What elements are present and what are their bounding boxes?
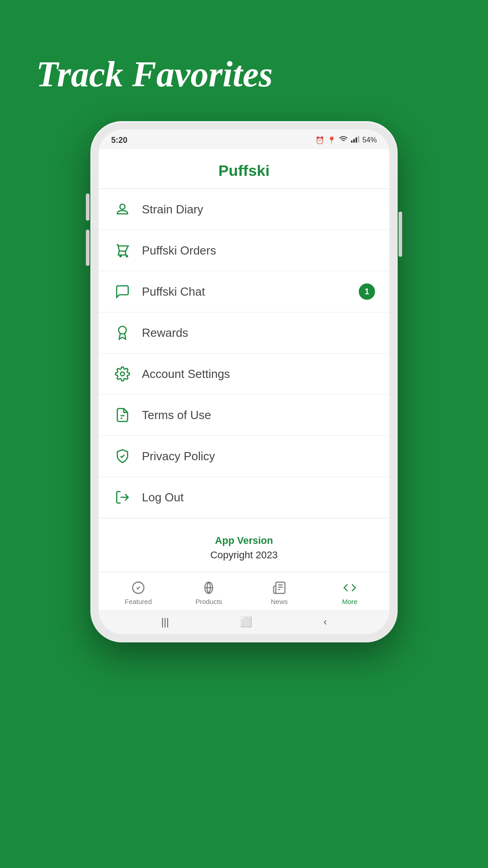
battery-text: 54% xyxy=(362,136,377,144)
strain-diary-label: Strain Diary xyxy=(142,203,203,217)
app-version-label: App Version xyxy=(108,535,380,547)
volume-down-btn xyxy=(86,230,89,266)
puffski-orders-label: Puffski Orders xyxy=(142,244,216,258)
log-out-label: Log Out xyxy=(142,491,184,505)
nav-item-news[interactable]: News xyxy=(261,580,297,605)
app-title: Puffski xyxy=(218,162,269,179)
menu-item-rewards[interactable]: Rewards xyxy=(99,312,389,354)
menu-item-privacy-policy[interactable]: Privacy Policy xyxy=(99,436,389,477)
products-label: Products xyxy=(195,598,222,605)
recent-apps-btn[interactable]: ||| xyxy=(161,616,169,628)
app-header: Puffski xyxy=(99,149,389,189)
wifi-icon xyxy=(339,135,348,146)
nav-item-products[interactable]: Products xyxy=(191,580,227,605)
privacy-policy-label: Privacy Policy xyxy=(142,449,215,463)
page-title: Track Favorites xyxy=(0,0,488,121)
menu-item-log-out[interactable]: Log Out xyxy=(99,477,389,518)
svg-point-8 xyxy=(121,372,125,376)
back-btn[interactable]: ‹ xyxy=(324,616,327,628)
strain-diary-icon xyxy=(113,200,132,219)
svg-point-7 xyxy=(119,326,127,334)
bottom-nav: Featured Products xyxy=(99,572,389,610)
status-right: ⏰ 📍 54% xyxy=(315,135,377,146)
svg-point-5 xyxy=(120,255,121,257)
menu-item-puffski-chat[interactable]: Puffski Chat 1 xyxy=(99,271,389,312)
chat-badge: 1 xyxy=(359,283,375,300)
menu-item-terms-of-use[interactable]: Terms of Use xyxy=(99,395,389,436)
rewards-icon xyxy=(113,323,132,342)
terms-of-use-label: Terms of Use xyxy=(142,408,211,422)
featured-label: Featured xyxy=(125,598,152,605)
status-bar: 5:20 ⏰ 📍 54% xyxy=(99,129,389,149)
menu-item-strain-diary[interactable]: Strain Diary xyxy=(99,189,389,230)
rewards-label: Rewards xyxy=(142,326,188,340)
more-label: More xyxy=(342,598,357,605)
nav-item-featured[interactable]: Featured xyxy=(120,580,156,605)
svg-rect-3 xyxy=(358,136,359,143)
svg-point-6 xyxy=(127,255,128,257)
account-settings-icon xyxy=(113,364,132,383)
account-settings-label: Account Settings xyxy=(142,367,230,381)
news-icon xyxy=(271,580,287,596)
terms-of-use-icon xyxy=(113,406,132,425)
power-btn xyxy=(399,212,402,257)
privacy-policy-icon xyxy=(113,447,132,466)
menu-item-account-settings[interactable]: Account Settings xyxy=(99,354,389,395)
menu-item-puffski-orders[interactable]: Puffski Orders xyxy=(99,230,389,271)
home-btn[interactable]: ⬜ xyxy=(240,616,252,628)
android-nav: ||| ⬜ ‹ xyxy=(99,610,389,634)
menu-list: Strain Diary Puffski Orders xyxy=(99,189,389,518)
featured-icon xyxy=(130,580,146,596)
svg-rect-0 xyxy=(351,141,352,143)
alarm-icon: ⏰ xyxy=(315,136,324,145)
app-copyright: Copyright 2023 xyxy=(108,549,380,561)
phone-wrapper: 5:20 ⏰ 📍 54% xyxy=(90,121,398,642)
location-icon: 📍 xyxy=(327,136,336,145)
puffski-chat-icon xyxy=(113,282,132,301)
puffski-chat-label: Puffski Chat xyxy=(142,285,205,299)
nav-item-more[interactable]: More xyxy=(332,580,368,605)
puffski-orders-icon xyxy=(113,241,132,260)
signal-icon xyxy=(351,135,360,146)
phone-screen: 5:20 ⏰ 📍 54% xyxy=(99,129,389,634)
app-version-section: App Version Copyright 2023 xyxy=(99,518,389,572)
news-label: News xyxy=(271,598,288,605)
log-out-icon xyxy=(113,488,132,507)
svg-rect-2 xyxy=(356,137,357,143)
svg-point-4 xyxy=(120,204,125,209)
volume-up-btn xyxy=(86,193,89,221)
products-icon xyxy=(201,580,217,596)
svg-rect-1 xyxy=(353,139,355,142)
status-time: 5:20 xyxy=(111,136,127,145)
more-icon xyxy=(342,580,358,596)
